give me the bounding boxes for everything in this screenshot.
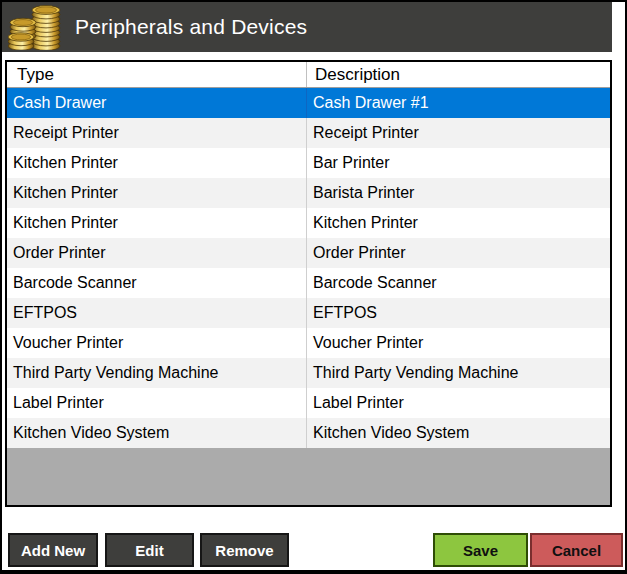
add-new-button[interactable]: Add New [8,533,98,567]
cell-description: Barcode Scanner [306,268,610,298]
column-header-type[interactable]: Type [7,62,306,87]
cell-description: Order Printer [306,238,610,268]
save-button[interactable]: Save [433,533,528,567]
table-row[interactable]: EFTPOS EFTPOS [7,298,610,328]
cell-description: Label Printer [306,388,610,418]
table-row[interactable]: Order Printer Order Printer [7,238,610,268]
cell-type: Receipt Printer [7,118,306,148]
remove-button[interactable]: Remove [200,533,289,567]
table-row[interactable]: Label Printer Label Printer [7,388,610,418]
table-row[interactable]: Cash Drawer Cash Drawer #1 [7,88,610,118]
table-row[interactable]: Voucher Printer Voucher Printer [7,328,610,358]
cell-type: Cash Drawer [7,88,306,118]
coins-icon [8,4,62,50]
cell-description: Third Party Vending Machine [306,358,610,388]
column-header-description[interactable]: Description [306,62,610,87]
cell-description: Bar Printer [306,148,610,178]
cancel-button[interactable]: Cancel [530,533,623,567]
cell-type: Order Printer [7,238,306,268]
cell-description: Receipt Printer [306,118,610,148]
cell-description: Cash Drawer #1 [306,88,610,118]
titlebar: Peripherals and Devices [2,2,612,52]
table-row[interactable]: Third Party Vending Machine Third Party … [7,358,610,388]
cell-description: Kitchen Printer [306,208,610,238]
edit-button[interactable]: Edit [105,533,194,567]
cell-type: Voucher Printer [7,328,306,358]
peripherals-dialog: Peripherals and Devices Type Description… [0,0,627,574]
cell-type: Kitchen Printer [7,208,306,238]
table-header-row: Type Description [7,62,610,88]
cell-description: Kitchen Video System [306,418,610,448]
table-row[interactable]: Barcode Scanner Barcode Scanner [7,268,610,298]
peripherals-table: Type Description Cash Drawer Cash Drawer… [5,60,612,507]
cell-description: Voucher Printer [306,328,610,358]
cell-type: Kitchen Printer [7,148,306,178]
table-body: Cash Drawer Cash Drawer #1 Receipt Print… [7,88,610,448]
table-row[interactable]: Kitchen Printer Barista Printer [7,178,610,208]
table-row[interactable]: Receipt Printer Receipt Printer [7,118,610,148]
cell-type: Kitchen Video System [7,418,306,448]
cell-type: Barcode Scanner [7,268,306,298]
cell-description: EFTPOS [306,298,610,328]
cell-description: Barista Printer [306,178,610,208]
cell-type: Third Party Vending Machine [7,358,306,388]
window-title: Peripherals and Devices [75,2,307,52]
cell-type: EFTPOS [7,298,306,328]
table-row[interactable]: Kitchen Video System Kitchen Video Syste… [7,418,610,448]
cell-type: Label Printer [7,388,306,418]
table-row[interactable]: Kitchen Printer Bar Printer [7,148,610,178]
table-row[interactable]: Kitchen Printer Kitchen Printer [7,208,610,238]
cell-type: Kitchen Printer [7,178,306,208]
